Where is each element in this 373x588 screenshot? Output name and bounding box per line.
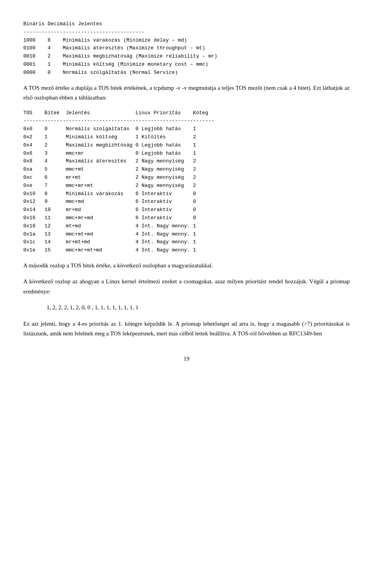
prose-paragraph-2: A második oszlop a TOS bitek értéke, a k… (23, 261, 350, 271)
prose-paragraph-3: A következő oszlop az ahogyan a Linux ke… (23, 277, 350, 297)
prose-paragraph-1: A TOS mező értéke a duplája a TOS bitek … (23, 83, 350, 103)
code-block-1: Bináris Decimális Jelentés -------------… (23, 20, 350, 77)
code-block-2: TOS Bitek Jelentés Linux Prioritás Köteg… (23, 109, 350, 255)
priomap-line: 1, 2, 2, 2, 1, 2, 0, 0 , 1, 1, 1, 1, 1, … (47, 303, 350, 313)
prose-paragraph-4: Ez azt jelenti, hogy a 4-es prioritás az… (23, 319, 350, 339)
page-number: 19 (23, 354, 350, 363)
